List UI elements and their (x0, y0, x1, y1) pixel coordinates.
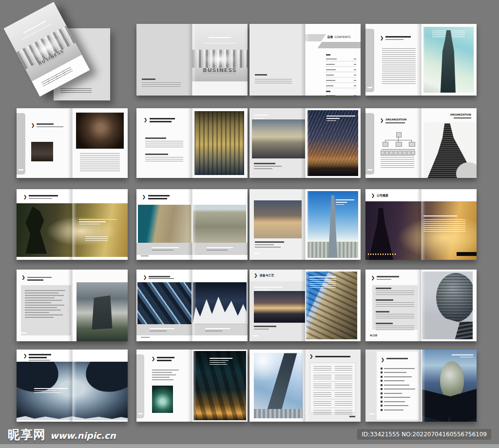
sunset-dots-photo (307, 110, 359, 175)
caption-placeholder (254, 326, 282, 331)
nipic-logo: 昵享网 www.nipic.cn (8, 427, 116, 443)
photo-title-placeholder (79, 217, 117, 226)
section-header: ❯ (381, 358, 408, 362)
tower-right-page (305, 189, 361, 260)
front-cover-page: BUSINESS (192, 24, 248, 96)
tower-photo-page (250, 350, 305, 422)
page-title: ORGANIZATION (450, 114, 471, 118)
notes-page: ❯ (136, 350, 192, 422)
skyward-layout: ❯ (17, 350, 128, 422)
spec-text-placeholder (145, 137, 183, 163)
photo-caption-placeholder (85, 236, 108, 241)
section-header: ❯ (380, 36, 411, 41)
caption-band (136, 243, 248, 255)
night-building-photo (193, 351, 246, 420)
page-number-placeholder (349, 416, 355, 417)
page-number-placeholder (254, 253, 259, 254)
photo-text-page (250, 108, 305, 178)
dome-steps (445, 322, 473, 339)
data-table (310, 363, 356, 413)
section-header: ❯ (142, 195, 170, 201)
portrait-photo (76, 113, 124, 149)
title-placeholder (254, 118, 264, 118)
cloud-tower-photo (254, 200, 302, 238)
body-text-placeholder (382, 48, 415, 84)
brochure-template-preview: BUSINESS BUSINESS (0, 0, 499, 448)
section-header: ❯ (21, 275, 55, 281)
caption-placeholder (254, 287, 283, 288)
text-placeholder (60, 88, 92, 93)
section-header: ❯ (23, 354, 52, 362)
section-header: ❯ (371, 276, 403, 281)
title-band: ❯ 设备与工艺 (250, 270, 305, 281)
org-heading: ORGANIZATION (450, 114, 471, 117)
text-placeholder (255, 74, 267, 76)
section-header: ❯ (309, 354, 350, 359)
spread-organization-chart: ❯ ORGANIZATION (365, 108, 477, 178)
company-overview-title: 公司概要 (377, 194, 388, 197)
intro-text-page: ❯ (365, 24, 421, 96)
fisheye-sky-photo (17, 362, 128, 420)
spread-front-back-cover: BUSINESS (136, 24, 248, 96)
list-placeholder (152, 368, 180, 382)
side-tab (365, 29, 374, 92)
mountain-band (17, 415, 128, 420)
spread-towers (250, 189, 361, 260)
chevron-icon: ❯ (380, 36, 384, 41)
blue-sky-tower-photo (307, 191, 359, 257)
photo-title-placeholder (423, 214, 466, 232)
text-placeholder (204, 43, 235, 43)
back-cover-page (136, 24, 192, 96)
side-tab (17, 113, 25, 175)
chevron-icon: ❯ (371, 276, 375, 281)
overview-layout: ❯ 公司概要 (365, 189, 477, 260)
spread-data-table: ❯ (250, 350, 361, 422)
section-header: ❯ (152, 357, 175, 363)
photo-title-placeholder (309, 275, 336, 288)
toc-heading: 目录 (327, 36, 333, 39)
list-items-placeholder (25, 289, 67, 319)
org-chart-diagram (380, 132, 417, 171)
article-text-placeholder (376, 288, 414, 332)
photo-caption-placeholder (319, 170, 349, 173)
statue-sunset-photo (17, 203, 128, 257)
page-number-placeholder (20, 332, 27, 333)
steel-structure-photo (137, 282, 192, 324)
toc-band-dark (317, 42, 361, 48)
chevron-icon: ❯ (23, 354, 27, 362)
photo-caption-placeholder (432, 31, 464, 38)
section-header: ❯ ORGANIZATION (380, 118, 406, 123)
city-dusk-photo (252, 119, 305, 158)
chevron-icon: ❯ (143, 275, 147, 280)
chevron-icon: ❯ (23, 195, 27, 200)
section-header: ❯ (23, 195, 58, 200)
spread-night-building: ❯ (136, 350, 248, 422)
spread-structure-photos: ❯ (136, 270, 248, 341)
image-id-badge: ID:33421555 NO:20220704160556756109 (357, 429, 491, 440)
cover-header (192, 24, 248, 50)
caption-band (136, 324, 248, 336)
spread-dome-article: ❯ 4/10 (365, 270, 477, 341)
spread-city-sunset (250, 108, 361, 178)
caption-placeholder (254, 163, 285, 171)
spread-chairman-message: ❯ (17, 108, 128, 178)
text-page: ❯ (136, 108, 192, 178)
photo-title-placeholder (452, 353, 474, 359)
table-page: ❯ (305, 350, 361, 422)
bottom-strip (0, 444, 499, 448)
spread-contact-handshake: ❯ (365, 350, 477, 422)
text-placeholder (142, 78, 155, 80)
photo-footer-bar (457, 252, 477, 255)
angular-tower-photo (254, 353, 303, 418)
text-placeholder (255, 79, 291, 84)
section-header: ❯ (31, 123, 65, 129)
photo-title-placeholder (326, 114, 355, 122)
contents-page: 目录 CONTENTS (305, 24, 361, 96)
dome-photo (422, 272, 473, 339)
section-header: ❯ (144, 118, 175, 124)
text-placeholder (209, 37, 231, 38)
site-url: www.nipic.cn (50, 430, 116, 441)
side-tab (365, 113, 374, 175)
contact-page: ❯ (365, 350, 421, 422)
handshake-globe-photo (422, 350, 477, 422)
